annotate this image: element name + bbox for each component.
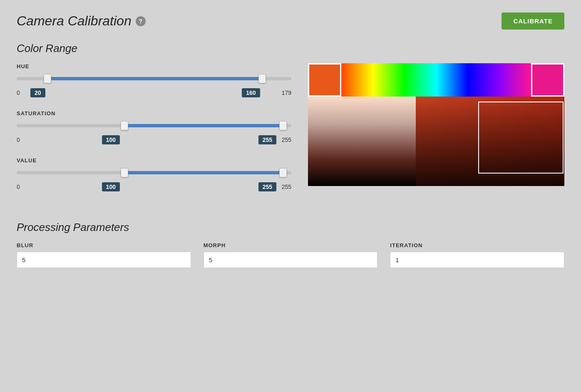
sliders-panel: HUE 0 20 160 179 SATURATION (17, 63, 291, 204)
saturation-label: SATURATION (17, 110, 291, 117)
hue-label: HUE (17, 63, 291, 69)
saturation-high-badge: 255 (258, 135, 276, 144)
value-fill (124, 171, 283, 174)
value-max-label: 255 (282, 184, 291, 190)
saturation-max-label: 255 (282, 136, 291, 143)
iteration-group: ITERATION (390, 242, 564, 268)
hue-bar (341, 63, 531, 97)
value-values: 0 100 255 255 (17, 181, 291, 193)
hue-slider-group: HUE 0 20 160 179 (17, 63, 291, 99)
page-header: Camera Calibration ? CALIBRATE (17, 12, 564, 30)
value-thumb-low[interactable] (121, 168, 128, 177)
blur-input[interactable] (17, 252, 191, 268)
saturation-min-label: 0 (17, 136, 20, 143)
hue-values: 0 20 160 179 (17, 87, 291, 99)
morph-group: MORPH (204, 242, 378, 268)
iteration-label: ITERATION (390, 242, 564, 248)
sv-panel (308, 97, 564, 186)
param-row: BLUR MORPH ITERATION (17, 242, 564, 268)
processing-title: Processing Parameters (17, 221, 564, 234)
blur-label: BLUR (17, 242, 191, 248)
main-content: HUE 0 20 160 179 SATURATION (17, 63, 564, 204)
morph-label: MORPH (204, 242, 378, 248)
color-range-title: Color Range (17, 42, 564, 55)
saturation-slider-group: SATURATION 0 100 255 255 (17, 110, 291, 146)
hue-track (17, 77, 291, 80)
value-high-badge: 255 (258, 182, 276, 191)
help-icon[interactable]: ? (136, 16, 146, 26)
hue-thumb-low[interactable] (44, 74, 51, 83)
saturation-track (17, 124, 291, 127)
hue-fill (47, 77, 262, 80)
saturation-thumb-low[interactable] (121, 121, 128, 130)
title-group: Camera Calibration ? (17, 13, 146, 29)
value-track-container[interactable] (17, 167, 291, 179)
value-slider-group: VALUE 0 100 255 255 (17, 157, 291, 193)
sv-panel-inner (308, 97, 564, 186)
saturation-fill (124, 124, 283, 127)
saturation-low-badge: 100 (102, 135, 120, 144)
hue-min-label: 0 (17, 89, 20, 96)
value-thumb-high[interactable] (279, 168, 287, 177)
page-title: Camera Calibration (17, 13, 132, 29)
value-min-label: 0 (17, 184, 20, 190)
blur-group: BLUR (17, 242, 191, 268)
hue-start-swatch (308, 63, 341, 97)
hue-end-swatch (531, 63, 564, 97)
processing-section: Processing Parameters BLUR MORPH ITERATI… (17, 221, 564, 268)
color-preview-panel (308, 63, 564, 204)
sv-right (416, 97, 564, 186)
calibrate-button[interactable]: CALIBRATE (502, 12, 564, 30)
sv-left (308, 97, 416, 186)
saturation-values: 0 100 255 255 (17, 134, 291, 146)
hue-max-label: 179 (282, 89, 291, 96)
hue-high-badge: 160 (242, 88, 260, 97)
hue-track-container[interactable] (17, 73, 291, 84)
value-track (17, 171, 291, 174)
value-low-badge: 100 (102, 182, 120, 191)
morph-input[interactable] (204, 252, 378, 268)
saturation-track-container[interactable] (17, 120, 291, 131)
value-label: VALUE (17, 157, 291, 164)
sv-right-container (416, 97, 564, 186)
hue-thumb-high[interactable] (258, 74, 266, 83)
saturation-thumb-high[interactable] (279, 121, 287, 130)
iteration-input[interactable] (390, 252, 564, 268)
hue-low-badge: 20 (30, 88, 45, 97)
color-range-section: Color Range HUE 0 20 160 179 (17, 42, 564, 204)
hue-bar-container (308, 63, 564, 97)
